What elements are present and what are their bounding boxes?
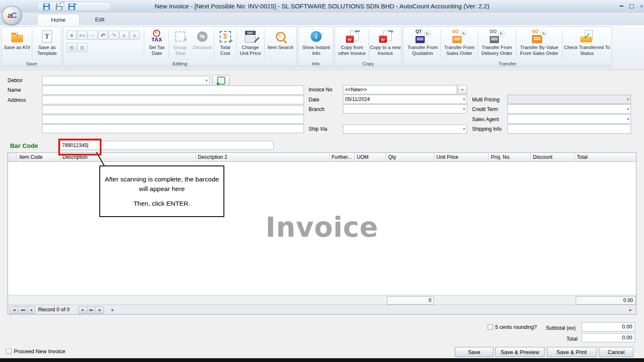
item-search-button[interactable]: Item Search: [265, 28, 296, 60]
debtor-combo[interactable]: ▾: [42, 76, 210, 85]
transfer-by-value-button[interactable]: SO↻ Transfer By Value From Sales Order: [517, 28, 561, 60]
column-header-description-2[interactable]: Description 2: [196, 153, 330, 161]
new-debtor-button[interactable]: [212, 75, 230, 86]
group-total-button: + Group Total: [169, 28, 191, 60]
undo-button[interactable]: ↶: [98, 31, 108, 40]
transfer-from-sales-order-button[interactable]: SO↻ Transfer From Sales Order: [441, 28, 477, 60]
column-header-further[interactable]: Further...: [330, 153, 355, 161]
address-input-2[interactable]: [42, 105, 304, 114]
save-as-kiv-button[interactable]: ↓ Save as KIV: [3, 28, 32, 60]
show-instant-info-icon: i: [311, 29, 322, 44]
close-button[interactable]: ×: [637, 3, 644, 9]
credit-term-combo[interactable]: ▾: [507, 104, 631, 114]
nav-next-page-button[interactable]: ▶▶: [87, 306, 96, 314]
column-header-unit-price[interactable]: Unit Price: [434, 153, 489, 161]
proceed-new-invoice-checkbox[interactable]: [6, 349, 11, 354]
column-header-qty[interactable]: Qty: [386, 153, 434, 161]
dropdown-icon[interactable]: ▾: [627, 107, 629, 111]
address-input-3[interactable]: [42, 115, 304, 124]
summary-total: 0.00: [576, 296, 636, 305]
column-header-total[interactable]: Total: [575, 153, 636, 161]
change-unit-price-button[interactable]: UNIT Change Unit Price: [237, 28, 263, 60]
transfer-from-delivery-order-icon: DO↻: [489, 29, 505, 44]
item-search-icon: [276, 29, 286, 44]
move-up-button[interactable]: ∧: [119, 31, 129, 40]
transfer-from-quotation-button[interactable]: QT↻ Transfer From Quotation: [405, 28, 440, 60]
tab-home[interactable]: Home: [37, 14, 80, 26]
column-header-uom[interactable]: UOM: [355, 153, 386, 161]
grid-summary-row: 0 0.00: [8, 295, 636, 305]
name-input[interactable]: [42, 85, 304, 95]
save-button[interactable]: Save: [455, 347, 493, 357]
change-unit-price-icon: UNIT: [245, 29, 256, 44]
nav-last-icon: ▶|: [99, 308, 101, 312]
invoice-no-field[interactable]: <<New>>: [343, 85, 457, 94]
column-header-proj-no[interactable]: Proj. No.: [489, 153, 531, 161]
address-input-1[interactable]: [42, 96, 304, 104]
copy-from-other-invoice-button[interactable]: IV↩ Copy from other Invoice: [336, 28, 368, 60]
column-header-item-code[interactable]: Item Code: [17, 153, 60, 161]
save-print-button[interactable]: Save & Print: [547, 347, 597, 357]
minimize-button[interactable]: [617, 3, 626, 9]
branch-combo[interactable]: ▾: [343, 104, 467, 114]
dropdown-icon[interactable]: ▾: [627, 117, 629, 121]
shipping-info-label: Shipping Info: [472, 126, 501, 132]
redo-button[interactable]: ↷: [109, 31, 119, 40]
insert-row-button[interactable]: ≡+: [77, 31, 87, 40]
save-icon[interactable]: [43, 3, 50, 10]
nav-next-button[interactable]: ▶: [78, 306, 87, 314]
set-tax-date-button[interactable]: TAX Set Tax Date: [145, 28, 168, 60]
select-box-icon: ⊞: [70, 44, 74, 51]
shipping-info-input[interactable]: [507, 124, 631, 134]
group-label-transfer: Transfer: [403, 60, 611, 67]
item-list-button[interactable]: ≣: [77, 43, 87, 52]
transfer-from-delivery-order-button[interactable]: DO↻ Transfer From Delivery Order: [478, 28, 515, 60]
subtotal-value: 0.00: [582, 322, 635, 331]
add-row-button[interactable]: +: [67, 31, 77, 40]
save-preview-button[interactable]: Save & Preview: [495, 347, 545, 357]
ribbon-group-save: ↓ Save as KIV T Save as Template Save: [1, 26, 62, 67]
delete-row-button[interactable]: −: [88, 31, 98, 40]
dropdown-icon[interactable]: ▾: [205, 78, 208, 83]
save-as-template-button[interactable]: T Save as Template: [33, 28, 61, 60]
total-cost-button[interactable]: $+ Total Cost: [215, 28, 236, 60]
scroll-right-icon: ▸: [629, 307, 631, 313]
cancel-button[interactable]: Cancel: [599, 347, 634, 357]
scroll-right-button[interactable]: ▸: [626, 306, 634, 313]
range-select-button[interactable]: ⊞: [67, 43, 77, 52]
dropdown-icon[interactable]: ▾: [463, 107, 465, 111]
date-field[interactable]: 05/11/2024 ▾: [343, 95, 467, 104]
dropdown-icon[interactable]: ▾: [463, 127, 465, 131]
save-as-icon[interactable]: [56, 3, 62, 10]
dropdown-icon[interactable]: ▾: [463, 97, 465, 101]
sales-agent-combo[interactable]: ▾: [507, 114, 631, 124]
rounding-checkbox[interactable]: [488, 324, 493, 330]
nav-prev-page-button[interactable]: ◀◀: [18, 306, 27, 314]
nav-prev-icon: ◀: [30, 308, 31, 312]
debtor-label: Debtor: [8, 78, 23, 83]
move-down-button[interactable]: ∨: [130, 31, 140, 40]
column-header-discount[interactable]: Discount: [531, 153, 575, 161]
new-debtor-icon: [217, 77, 225, 85]
tab-edit[interactable]: Edit: [79, 14, 121, 25]
discount-button: % Discount: [192, 28, 213, 60]
nav-prev-button[interactable]: ◀: [26, 306, 35, 314]
save-new-icon[interactable]: +: [68, 3, 75, 10]
show-instant-info-button[interactable]: i Show Instant Info: [300, 28, 332, 60]
callout-line-1: After scanning is complete, the barcode …: [104, 174, 219, 194]
restore-button[interactable]: [627, 3, 636, 9]
scroll-left-button[interactable]: ◂: [108, 306, 116, 313]
group-label-copy: Copy: [335, 60, 401, 67]
callout-line-2: Then, click ENTER.: [104, 199, 219, 208]
autocount-logo[interactable]: aC: [2, 6, 22, 25]
ship-via-combo[interactable]: ▾: [343, 124, 467, 134]
nav-last-button[interactable]: ▶|: [95, 306, 104, 314]
branch-label: Branch: [309, 106, 325, 112]
check-transferred-status-button[interactable]: ✓ Check Transferred To Status: [563, 28, 611, 60]
address-input-4[interactable]: [42, 124, 304, 133]
invoice-no-dropdown-button[interactable]: ▾: [458, 85, 467, 94]
nav-first-button[interactable]: |◀: [10, 306, 18, 314]
copy-to-new-invoice-button[interactable]: IV↪ Copy to a new Invoice: [369, 28, 401, 60]
discount-icon: %: [197, 29, 208, 44]
transfer-from-quotation-icon: QT↻: [415, 29, 431, 44]
